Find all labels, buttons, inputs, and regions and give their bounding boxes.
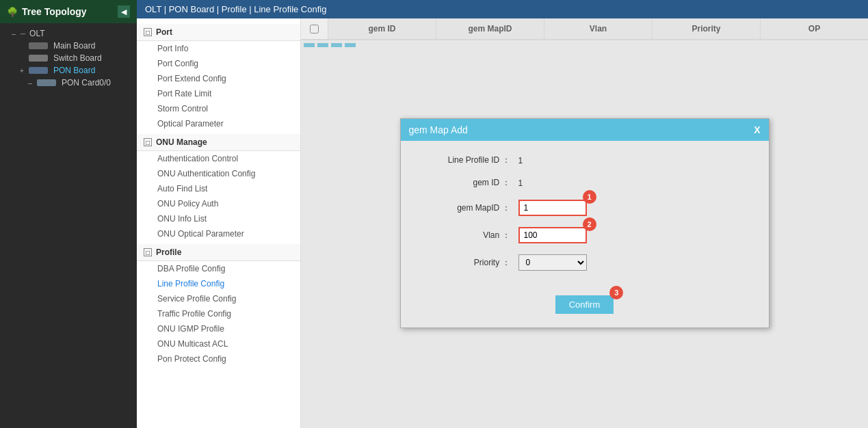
priority-label: Priority ：: [421, 257, 510, 269]
dialog-footer: Confirm 3: [401, 295, 769, 327]
sidebar-title: 🌳 Tree Topology: [7, 6, 87, 17]
port-section-label: Port: [156, 27, 172, 37]
sidebar: 🌳 Tree Topology ◀ – ─ OLT Main Board: [0, 0, 137, 428]
dialog-body: Line Profile ID ： 1 gem ID ：: [401, 141, 769, 295]
gem-id-value: 1: [518, 178, 523, 188]
nav-section-profile-header[interactable]: □ Profile: [137, 244, 300, 261]
nav-item-port-rate-limit[interactable]: Port Rate Limit: [137, 86, 300, 101]
nav-section-profile: □ Profile DBA Profile Config Line Profil…: [137, 244, 300, 366]
nav-item-optical-parameter[interactable]: Optical Parameter: [137, 116, 300, 131]
nav-item-port-extend-config[interactable]: Port Extend Config: [137, 71, 300, 86]
profile-section-label: Profile: [156, 248, 181, 257]
line-profile-id-value: 1: [518, 156, 523, 165]
gem-mapid-input-wrapper: 1: [518, 200, 587, 216]
gem-mapid-input[interactable]: [518, 200, 587, 216]
vlan-label: Vlan ：: [421, 230, 510, 241]
sidebar-title-text: Tree Topology: [22, 6, 87, 17]
pon-card-expand: –: [26, 79, 34, 87]
nav-item-onu-auth-config[interactable]: ONU Authentication Config: [137, 166, 300, 181]
breadcrumb-text: OLT | PON Board | Profile | Line Profile…: [145, 4, 326, 14]
onu-section-label: ONU Manage: [156, 137, 207, 147]
pon-board-label: PON Board: [53, 66, 95, 75]
nav-item-onu-policy-auth[interactable]: ONU Policy Auth: [137, 196, 300, 211]
gem-id-label: gem ID ：: [421, 177, 510, 189]
pon-card-label: PON Card0/0: [62, 78, 111, 88]
sidebar-header: 🌳 Tree Topology ◀: [0, 0, 137, 23]
nav-item-pon-protect-config[interactable]: Pon Protect Config: [137, 351, 300, 366]
nav-section-onu: □ ONU Manage Authentication Control ONU …: [137, 134, 300, 241]
form-row-line-profile-id: Line Profile ID ： 1: [421, 155, 748, 166]
vlan-input[interactable]: [518, 227, 587, 243]
pon-board-expand: +: [18, 67, 26, 75]
form-row-priority: Priority ： 0 1 2 3 4 5: [421, 254, 748, 271]
form-row-gem-id: gem ID ： 1: [421, 177, 748, 189]
tree-item-olt[interactable]: – ─ OLT: [3, 27, 134, 40]
main-content: OLT | PON Board | Profile | Line Profile…: [137, 0, 868, 428]
nav-item-auth-control[interactable]: Authentication Control: [137, 151, 300, 166]
tree-item-pon-board[interactable]: + PON Board: [3, 64, 134, 77]
nav-item-auto-find-list[interactable]: Auto Find List: [137, 181, 300, 196]
profile-section-icon: □: [144, 248, 152, 256]
breadcrumb: OLT | PON Board | Profile | Line Profile…: [137, 0, 868, 18]
priority-select[interactable]: 0 1 2 3 4 5 6 7: [518, 254, 587, 271]
nav-item-port-info[interactable]: Port Info: [137, 41, 300, 56]
left-nav: □ Port Port Info Port Config Port Extend…: [137, 18, 301, 428]
dialog-header: gem Map Add X: [401, 119, 769, 141]
line-profile-id-label: Line Profile ID ：: [421, 155, 510, 166]
nav-item-line-profile[interactable]: Line Profile Config: [137, 276, 300, 291]
nav-section-onu-header[interactable]: □ ONU Manage: [137, 134, 300, 151]
olt-expand: –: [10, 30, 18, 38]
tree-item-switch-board[interactable]: Switch Board: [3, 52, 134, 64]
nav-item-onu-optical-param[interactable]: ONU Optical Parameter: [137, 226, 300, 241]
gem-mapid-label: gem MapID ：: [421, 202, 510, 214]
form-row-gem-mapid: gem MapID ： 1: [421, 200, 748, 216]
nav-item-onu-igmp-profile[interactable]: ONU IGMP Profile: [137, 321, 300, 336]
olt-label: OLT: [29, 29, 44, 38]
nav-item-storm-control[interactable]: Storm Control: [137, 101, 300, 116]
port-section-icon: □: [144, 28, 152, 36]
nav-section-port: □ Port Port Info Port Config Port Extend…: [137, 24, 300, 131]
tree-item-pon-card[interactable]: – PON Card0/0: [3, 77, 134, 89]
step-badge-3: 3: [609, 286, 623, 299]
tree-content: – ─ OLT Main Board Switch Board + PON Bo…: [0, 23, 137, 428]
nav-item-onu-multicast-acl[interactable]: ONU Multicast ACL: [137, 336, 300, 351]
dialog-close-button[interactable]: X: [754, 124, 760, 135]
nav-item-port-config[interactable]: Port Config: [137, 56, 300, 71]
nav-item-dba-profile[interactable]: DBA Profile Config: [137, 261, 300, 276]
dialog-overlay: gem Map Add X Line Profile ID ：: [301, 18, 868, 428]
tree-item-main-board[interactable]: Main Board: [3, 40, 134, 52]
dialog-title: gem Map Add: [409, 124, 468, 135]
nav-item-traffic-profile[interactable]: Traffic Profile Config: [137, 306, 300, 321]
step-badge-2: 2: [583, 217, 596, 231]
vlan-input-wrapper: 2: [518, 227, 587, 243]
onu-section-icon: □: [144, 138, 152, 146]
confirm-button-wrapper: Confirm 3: [555, 295, 614, 314]
content-area: □ Port Port Info Port Config Port Extend…: [137, 18, 868, 428]
main-board-label: Main Board: [53, 41, 95, 51]
switch-board-label: Switch Board: [53, 53, 102, 63]
nav-section-port-header[interactable]: □ Port: [137, 24, 300, 41]
right-panel: gem ID gem MapID Vlan Priority OP ForoIS…: [301, 18, 868, 428]
step-badge-1: 1: [583, 190, 596, 204]
gem-map-add-dialog: gem Map Add X Line Profile ID ：: [400, 118, 770, 328]
nav-item-service-profile[interactable]: Service Profile Config: [137, 291, 300, 306]
confirm-button[interactable]: Confirm: [555, 295, 614, 314]
form-row-vlan: Vlan ： 2: [421, 227, 748, 243]
nav-item-onu-info-list[interactable]: ONU Info List: [137, 211, 300, 226]
sidebar-collapse-button[interactable]: ◀: [118, 5, 130, 18]
